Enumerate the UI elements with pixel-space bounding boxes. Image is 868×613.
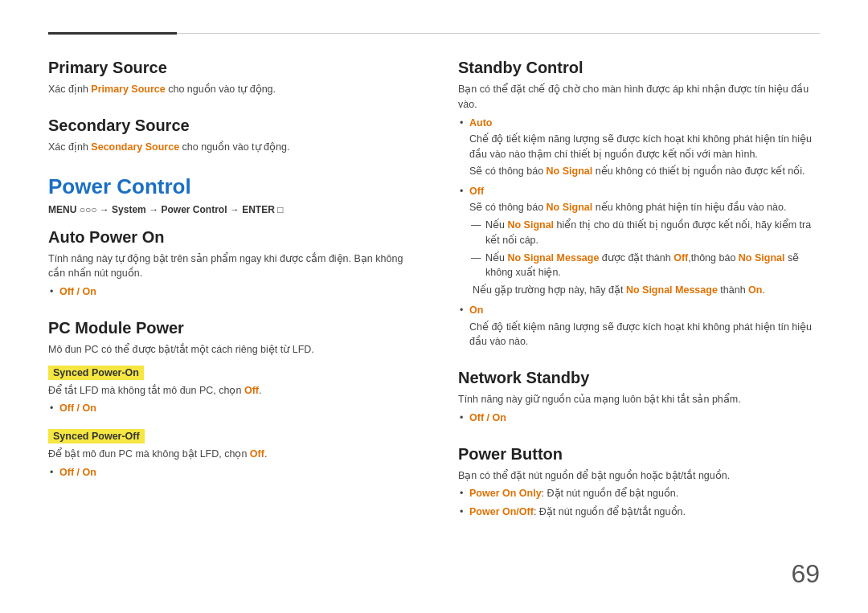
standby-auto-line2: Sẽ có thông báo No Signal nếu không có t… — [469, 164, 820, 179]
secondary-source-title: Secondary Source — [48, 116, 410, 135]
synced-power-on-bullet: Off / On — [59, 401, 410, 416]
power-control-title: Power Control — [48, 174, 410, 199]
synced-power-on-label: Synced Power-On — [48, 366, 144, 380]
network-standby-section: Network Standby Tính năng này giữ nguồn … — [458, 369, 820, 426]
standby-auto-line1: Chế độ tiết kiệm năng lượng sẽ được kích… — [469, 132, 820, 162]
right-column: Standby Control Bạn có thể đặt chế độ ch… — [458, 59, 820, 539]
synced-power-off-desc: Để bật mô đun PC mà không bật LFD, chọn … — [48, 447, 410, 462]
standby-on-bullet: On Chế độ tiết kiệm năng lượng sẽ được k… — [469, 303, 820, 349]
primary-source-desc: Xác định Primary Source cho nguồn vào tự… — [48, 82, 410, 97]
pc-module-power-desc: Mô đun PC có thể được bật/tắt một cách r… — [48, 342, 410, 358]
standby-control-title: Standby Control — [458, 59, 820, 77]
network-standby-desc: Tính năng này giữ nguồn của mạng luôn bậ… — [458, 392, 820, 407]
synced-power-off: Synced Power-Off Để bật mô đun PC mà khô… — [48, 424, 410, 480]
main-content: Primary Source Xác định Primary Source c… — [48, 59, 820, 539]
power-button-desc: Bạn có thể đặt nút nguồn để bật nguồn ho… — [458, 468, 820, 484]
power-button-power-on-only: Power On Only: Đặt nút nguồn để bật nguồ… — [469, 486, 820, 501]
top-divider — [48, 32, 820, 35]
auto-power-on-section: Auto Power On Tính năng này tự động bật … — [48, 228, 410, 300]
standby-off-line1: Sẽ có thông báo No Signal nếu không phát… — [469, 200, 820, 215]
synced-power-off-label: Synced Power-Off — [48, 429, 145, 443]
synced-power-off-bullet: Off / On — [59, 465, 410, 480]
menu-path: MENU ○○○ → System → Power Control → ENTE… — [48, 204, 410, 215]
power-button-section: Power Button Bạn có thể đặt nút nguồn để… — [458, 445, 820, 520]
power-control-section: Power Control MENU ○○○ → System → Power … — [48, 174, 410, 215]
secondary-source-desc: Xác định Secondary Source cho nguồn vào … — [48, 140, 410, 155]
power-button-power-on-off: Power On/Off: Đặt nút nguồn để bật/tắt n… — [469, 505, 820, 520]
synced-power-on: Synced Power-On Để tắt LFD mà không tắt … — [48, 361, 410, 417]
synced-power-on-desc: Để tắt LFD mà không tắt mô đun PC, chọn … — [48, 383, 410, 398]
standby-off-dash2: Nếu No Signal Message được đặt thành Off… — [485, 251, 820, 281]
standby-control-desc: Bạn có thể đặt chế độ chờ cho màn hình đ… — [458, 82, 820, 112]
network-standby-bullet: Off / On — [469, 411, 820, 426]
standby-off-dash1: Nếu No Signal hiển thị cho dù thiết bị n… — [485, 218, 820, 248]
left-column: Primary Source Xác định Primary Source c… — [48, 59, 410, 539]
standby-on-line1: Chế độ tiết kiệm năng lượng sẽ được kích… — [469, 320, 820, 350]
standby-control-section: Standby Control Bạn có thể đặt chế độ ch… — [458, 59, 820, 349]
power-button-title: Power Button — [458, 445, 820, 464]
primary-source-section: Primary Source Xác định Primary Source c… — [48, 59, 410, 97]
network-standby-title: Network Standby — [458, 369, 820, 387]
secondary-source-section: Secondary Source Xác định Secondary Sour… — [48, 116, 410, 155]
primary-source-title: Primary Source — [48, 59, 410, 77]
standby-off-extra: Nếu gặp trường hợp này, hãy đặt No Signa… — [473, 283, 820, 298]
standby-auto-bullet: Auto Chế độ tiết kiệm năng lượng sẽ được… — [469, 116, 820, 179]
pc-module-power-title: PC Module Power — [48, 319, 410, 337]
auto-power-on-title: Auto Power On — [48, 228, 410, 247]
auto-power-on-desc: Tính năng này tự động bật trên sản phẩm … — [48, 251, 410, 282]
pc-module-power-section: PC Module Power Mô đun PC có thể được bậ… — [48, 319, 410, 480]
page-number: 69 — [791, 559, 820, 589]
auto-power-on-bullet: Off / On — [59, 284, 410, 300]
standby-off-bullet: Off Sẽ có thông báo No Signal nếu không … — [469, 184, 820, 298]
